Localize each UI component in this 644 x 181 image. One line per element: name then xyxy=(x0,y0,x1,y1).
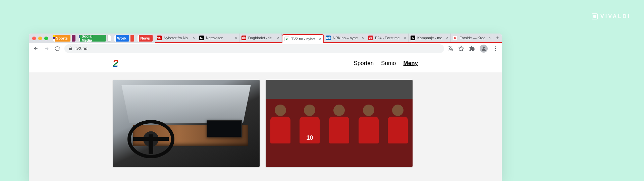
menu-sporten[interactable]: Sporten xyxy=(354,60,374,67)
menu-sumo[interactable]: Sumo xyxy=(381,60,396,67)
close-tab-icon[interactable]: × xyxy=(319,37,321,41)
player xyxy=(327,105,351,167)
tab-bar: Sports Social Media Work News VGNyheter … xyxy=(29,34,502,43)
bookmark-icon[interactable] xyxy=(458,46,464,52)
close-window-button[interactable] xyxy=(32,37,36,40)
window-controls xyxy=(32,37,51,40)
address-bar-row: tv2.no xyxy=(29,43,502,54)
toolbar-right xyxy=(447,45,498,53)
browser-window: Sports Social Media Work News VGNyheter … xyxy=(29,34,502,181)
close-tab-icon[interactable]: × xyxy=(488,36,491,40)
stack-peek-work[interactable] xyxy=(130,35,135,42)
favicon-nrk: nrk xyxy=(326,36,331,40)
stack-label: Work xyxy=(117,36,126,40)
stack-peek-sports[interactable] xyxy=(72,35,76,42)
tabs-row: VGNyheter fra No× N.Nettavisen× dbDagbla… xyxy=(155,34,502,43)
svg-point-2 xyxy=(495,48,496,49)
favicon-nettavisen: N. xyxy=(199,36,204,40)
svg-point-3 xyxy=(495,50,496,51)
kebab-menu-icon[interactable] xyxy=(492,46,498,52)
tab-e24[interactable]: 24E24 - Først me× xyxy=(366,34,409,42)
tab-stack-sports[interactable]: Sports xyxy=(53,35,70,42)
jersey-number: 10 xyxy=(300,134,320,141)
page-content: 2 Sporten Sumo Meny 10 xyxy=(29,54,502,181)
vivaldi-watermark: VIVALDI xyxy=(592,13,631,19)
tab-title: Nettavisen xyxy=(206,36,233,40)
close-tab-icon[interactable]: × xyxy=(446,36,448,40)
tab-nettavisen[interactable]: N.Nettavisen× xyxy=(197,34,239,42)
forward-button[interactable] xyxy=(43,45,50,52)
vivaldi-text: VIVALDI xyxy=(600,13,631,19)
player: 10 xyxy=(298,105,321,167)
back-button[interactable] xyxy=(32,45,40,52)
car-windshield xyxy=(121,85,251,123)
tab-title: Dagbladet - fø xyxy=(248,36,275,40)
tab-title: NRK.no – nyhe xyxy=(333,36,360,40)
favicon-kampanje: K xyxy=(411,36,415,40)
site-header: 2 Sporten Sumo Meny xyxy=(29,54,502,72)
car-steering-wheel xyxy=(127,120,174,158)
url-text: tv2.no xyxy=(75,46,87,51)
svg-point-0 xyxy=(483,47,485,49)
tab-stack-social-media[interactable]: Social Media xyxy=(79,35,106,42)
tab-nrk[interactable]: nrkNRK.no – nyhe× xyxy=(324,34,366,42)
tab-title: TV2.no - nyhet xyxy=(291,37,317,41)
profile-avatar[interactable] xyxy=(480,45,488,53)
tab-title: E24 - Først me xyxy=(375,36,402,40)
stack-label: Sports xyxy=(56,36,68,40)
site-menu: Sporten Sumo Meny xyxy=(354,60,418,67)
article-card-car[interactable] xyxy=(113,80,260,167)
tab-dagbladet[interactable]: dbDagbladet - fø× xyxy=(239,34,282,42)
tab-tv2-active[interactable]: 2TV2.no - nyhet× xyxy=(282,34,324,43)
player xyxy=(269,105,292,167)
svg-point-1 xyxy=(495,46,496,47)
tab-stack-news[interactable]: News xyxy=(138,35,153,42)
tab-stack-work[interactable]: Work xyxy=(114,35,129,42)
tab-title: Kampanje - me xyxy=(417,36,444,40)
favicon-kreativt: K xyxy=(453,36,458,40)
favicon-tv2: 2 xyxy=(284,37,289,41)
stack-label: News xyxy=(140,36,150,40)
favicon-e24: 24 xyxy=(368,36,373,40)
close-tab-icon[interactable]: × xyxy=(193,36,195,40)
close-tab-icon[interactable]: × xyxy=(362,36,364,40)
tab-kampanje[interactable]: KKampanje - me× xyxy=(409,34,451,42)
close-tab-icon[interactable]: × xyxy=(277,36,279,40)
url-bar[interactable]: tv2.no xyxy=(64,44,444,53)
player xyxy=(357,105,380,167)
tab-title: Nyheter fra No xyxy=(164,36,191,40)
player-group: 10 xyxy=(266,105,413,167)
reload-button[interactable] xyxy=(54,45,61,52)
vivaldi-icon xyxy=(592,13,598,19)
close-tab-icon[interactable]: × xyxy=(404,36,406,40)
stack-peek-social[interactable] xyxy=(107,35,111,42)
menu-meny[interactable]: Meny xyxy=(404,60,418,67)
favicon-dagbladet: db xyxy=(241,36,246,40)
minimize-window-button[interactable] xyxy=(38,37,42,40)
article-cards: 10 xyxy=(29,72,502,167)
player xyxy=(386,105,410,167)
maximize-window-button[interactable] xyxy=(44,37,48,40)
close-tab-icon[interactable]: × xyxy=(235,36,237,40)
tab-nyheter-vg[interactable]: VGNyheter fra No× xyxy=(155,34,197,42)
tab-title: Forside — Krea xyxy=(460,36,486,40)
article-card-football[interactable]: 10 xyxy=(266,80,413,167)
lock-icon xyxy=(68,46,73,51)
translate-icon[interactable] xyxy=(447,46,453,52)
stack-label: Social Media xyxy=(82,34,103,42)
favicon-vg: VG xyxy=(157,36,162,40)
tv2-logo[interactable]: 2 xyxy=(113,58,118,69)
new-tab-button[interactable]: + xyxy=(493,34,502,42)
car-infotainment xyxy=(207,120,242,137)
extensions-icon[interactable] xyxy=(469,46,475,52)
tab-kreativt[interactable]: KForside — Krea× xyxy=(451,34,493,42)
